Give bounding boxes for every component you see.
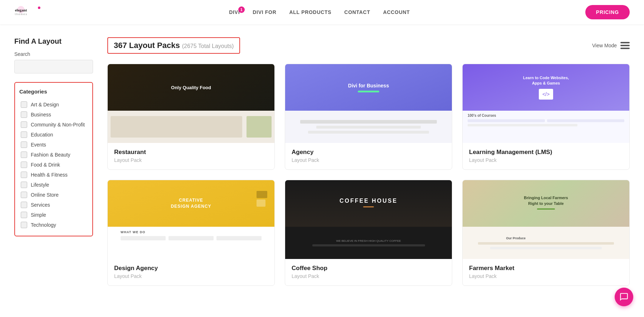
- navbar-right: PRICING: [585, 5, 630, 19]
- view-mode-icon[interactable]: [620, 42, 630, 49]
- card-name-farmers: Farmers Market: [469, 265, 623, 272]
- category-label-education: Education: [31, 132, 53, 138]
- card-name-lms: Learning Management (LMS): [469, 149, 623, 156]
- layout-count-main: 367 Layout Packs: [114, 41, 180, 50]
- nav-account[interactable]: ACCOUNT: [383, 9, 410, 15]
- category-label-art-design: Art & Design: [31, 102, 59, 107]
- nav-contact[interactable]: CONTACT: [344, 9, 370, 15]
- search-label: Search: [14, 51, 93, 57]
- search-input[interactable]: [14, 60, 93, 73]
- nav-all-products[interactable]: ALL PRODUCTS: [289, 9, 332, 15]
- card-image-restaurant: Only Quality Food: [108, 64, 274, 143]
- category-label-simple: Simple: [31, 212, 46, 218]
- category-checkbox-simple[interactable]: [21, 212, 27, 218]
- category-label-events: Events: [31, 142, 46, 148]
- category-community-nonprofit[interactable]: Community & Non-Profit: [19, 120, 88, 130]
- navbar: elegant themes DIVI 1 DIVI FOR ALL PRODU…: [0, 0, 644, 24]
- card-info-farmers: Farmers Market Layout Pack: [463, 259, 629, 285]
- card-type-lms: Layout Pack: [469, 157, 623, 163]
- card-design-agency[interactable]: CREATIVEDESIGN AGENCY WHAT WE DO: [107, 180, 275, 286]
- view-mode: View Mode: [592, 42, 630, 49]
- category-checkbox-community[interactable]: [21, 121, 27, 128]
- layout-count-box: 367 Layout Packs (2675 Total Layouts): [107, 37, 240, 54]
- divi-badge: 1: [238, 6, 245, 13]
- category-checkbox-online-store[interactable]: [21, 192, 27, 198]
- category-technology[interactable]: Technology: [19, 220, 88, 230]
- category-label-technology: Technology: [31, 222, 56, 228]
- card-type-restaurant: Layout Pack: [114, 157, 268, 163]
- card-type-farmers: Layout Pack: [469, 273, 623, 279]
- layout-grid: Only Quality Food Restaurant Layout Pack: [107, 64, 630, 286]
- card-image-agency: Divi for Business: [285, 64, 452, 143]
- card-info-design-agency: Design Agency Layout Pack: [108, 259, 274, 285]
- nav-links: DIVI 1 DIVI FOR ALL PRODUCTS CONTACT ACC…: [229, 9, 410, 15]
- card-type-coffee: Layout Pack: [292, 273, 445, 279]
- card-lms[interactable]: Learn to Code Websites,Apps & Games </> …: [462, 64, 630, 170]
- sidebar: Find A Layout Search Categories Art & De…: [14, 24, 93, 286]
- category-checkbox-business[interactable]: [21, 111, 27, 118]
- category-checkbox-food[interactable]: [21, 162, 27, 168]
- content-header: 367 Layout Packs (2675 Total Layouts) Vi…: [107, 37, 630, 54]
- layout-count-sub: (2675 Total Layouts): [182, 43, 234, 49]
- card-farmers-market[interactable]: Bringing Local FarmersRight to your Tabl…: [462, 180, 630, 286]
- pricing-button[interactable]: PRICING: [585, 5, 630, 19]
- card-image-lms: Learn to Code Websites,Apps & Games </> …: [463, 64, 629, 143]
- category-label-community: Community & Non-Profit: [31, 122, 85, 128]
- svg-text:elegant: elegant: [15, 8, 27, 12]
- category-label-services: Services: [31, 202, 50, 208]
- category-fashion-beauty[interactable]: Fashion & Beauty: [19, 150, 88, 160]
- category-health-fitness[interactable]: Health & Fitness: [19, 170, 88, 180]
- category-label-lifestyle: Lifestyle: [31, 182, 49, 188]
- card-name-coffee: Coffee Shop: [292, 265, 445, 272]
- category-food-drink[interactable]: Food & Drink: [19, 160, 88, 170]
- categories-box: Categories Art & Design Business Communi…: [14, 82, 93, 236]
- card-info-lms: Learning Management (LMS) Layout Pack: [463, 143, 629, 169]
- category-education[interactable]: Education: [19, 130, 88, 140]
- main-content: 367 Layout Packs (2675 Total Layouts) Vi…: [107, 24, 630, 286]
- page-body: Find A Layout Search Categories Art & De…: [0, 24, 644, 286]
- nav-divi[interactable]: DIVI 1: [229, 9, 240, 15]
- category-checkbox-art-design[interactable]: [21, 101, 27, 108]
- card-name-design-agency: Design Agency: [114, 265, 268, 272]
- category-label-health: Health & Fitness: [31, 172, 68, 178]
- card-name-restaurant: Restaurant: [114, 149, 268, 156]
- category-checkbox-services[interactable]: [21, 202, 27, 208]
- category-label-business: Business: [31, 112, 51, 117]
- card-coffee-shop[interactable]: COFFEE HOUSE WE BELIEVE IN FRESH HIGH QU…: [285, 180, 452, 286]
- category-art-design[interactable]: Art & Design: [19, 100, 88, 110]
- categories-title: Categories: [19, 88, 88, 95]
- category-checkbox-fashion[interactable]: [21, 152, 27, 158]
- category-lifestyle[interactable]: Lifestyle: [19, 180, 88, 190]
- category-checkbox-lifestyle[interactable]: [21, 182, 27, 188]
- category-label-online-store: Online Store: [31, 192, 59, 198]
- category-events[interactable]: Events: [19, 140, 88, 150]
- card-type-agency: Layout Pack: [292, 157, 445, 163]
- svg-text:themes: themes: [15, 13, 28, 16]
- logo[interactable]: elegant themes: [14, 5, 54, 20]
- card-image-farmers: Bringing Local FarmersRight to your Tabl…: [463, 180, 629, 259]
- card-info-agency: Agency Layout Pack: [285, 143, 452, 169]
- card-type-design-agency: Layout Pack: [114, 273, 268, 279]
- category-label-fashion: Fashion & Beauty: [31, 152, 70, 158]
- category-checkbox-health[interactable]: [21, 172, 27, 178]
- card-info-restaurant: Restaurant Layout Pack: [108, 143, 274, 169]
- category-services[interactable]: Services: [19, 200, 88, 210]
- category-checkbox-technology[interactable]: [21, 222, 27, 228]
- category-checkbox-education[interactable]: [21, 131, 27, 138]
- card-agency[interactable]: Divi for Business Agency Layout Pack: [285, 64, 452, 170]
- card-image-design-agency: CREATIVEDESIGN AGENCY WHAT WE DO: [108, 180, 274, 259]
- category-business[interactable]: Business: [19, 110, 88, 120]
- card-restaurant[interactable]: Only Quality Food Restaurant Layout Pack: [107, 64, 275, 170]
- card-image-coffee: COFFEE HOUSE WE BELIEVE IN FRESH HIGH QU…: [285, 180, 452, 259]
- category-online-store[interactable]: Online Store: [19, 190, 88, 200]
- category-simple[interactable]: Simple: [19, 210, 88, 220]
- category-checkbox-events[interactable]: [21, 141, 27, 148]
- category-label-food: Food & Drink: [31, 162, 60, 168]
- card-info-coffee: Coffee Shop Layout Pack: [285, 259, 452, 285]
- sidebar-title: Find A Layout: [14, 37, 93, 45]
- nav-divi-for[interactable]: DIVI FOR: [253, 9, 276, 15]
- card-name-agency: Agency: [292, 149, 445, 156]
